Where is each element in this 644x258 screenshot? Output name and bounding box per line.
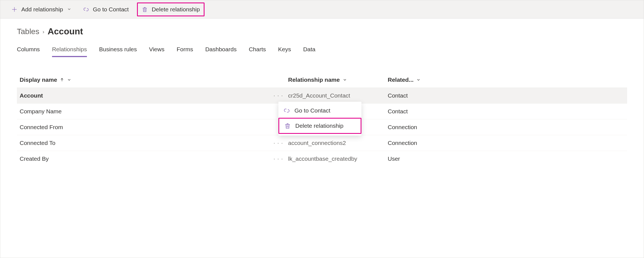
table-row[interactable]: Account · · · cr25d_Account_Contact Cont… — [17, 88, 627, 104]
command-bar: Add relationship Go to Contact Delete re… — [0, 0, 644, 19]
breadcrumb-current: Account — [48, 26, 83, 37]
breadcrumb-root[interactable]: Tables — [17, 27, 39, 36]
cell-related: Connection — [388, 140, 624, 146]
tab-relationships[interactable]: Relationships — [52, 44, 87, 57]
tab-bar: Columns Relationships Business rules Vie… — [17, 44, 627, 57]
breadcrumb: Tables Account — [17, 26, 627, 37]
chevron-down-icon — [343, 78, 347, 82]
add-relationship-button[interactable]: Add relationship — [8, 4, 75, 14]
cell-relationship-name: account_connections2 — [288, 140, 388, 146]
cell-display-name: Created By — [20, 155, 269, 162]
column-header-display-name[interactable]: Display name — [20, 76, 288, 83]
chevron-down-icon — [416, 78, 421, 82]
column-header-related[interactable]: Related... — [388, 76, 624, 83]
cell-related: Connection — [388, 124, 624, 131]
cell-related: Contact — [388, 92, 624, 99]
row-more-actions[interactable]: · · · — [269, 140, 288, 146]
table-row[interactable]: Created By · · · lk_accountbase_createdb… — [17, 151, 627, 167]
cell-relationship-name: lk_accountbase_createdby — [288, 155, 388, 162]
table-body: Account · · · cr25d_Account_Contact Cont… — [17, 88, 627, 167]
column-header-relationship-name[interactable]: Relationship name — [288, 76, 388, 83]
cell-related: Contact — [388, 108, 624, 115]
delete-relationship-button[interactable]: Delete relationship — [137, 2, 205, 16]
tab-forms[interactable]: Forms — [177, 44, 193, 57]
cell-display-name: Company Name — [20, 108, 269, 115]
chevron-down-icon — [67, 78, 71, 82]
cell-display-name: Account — [20, 92, 269, 99]
link-icon — [83, 6, 89, 12]
go-to-contact-label: Go to Contact — [93, 6, 129, 13]
trash-icon — [142, 6, 148, 12]
table-header: Display name Relationship name Related..… — [17, 76, 627, 88]
link-icon — [283, 107, 290, 114]
chevron-down-icon — [67, 6, 71, 13]
cell-relationship-name: cr25d_Account_Contact — [288, 92, 388, 99]
tab-columns[interactable]: Columns — [17, 44, 40, 57]
cell-related: User — [388, 155, 624, 162]
tab-charts[interactable]: Charts — [249, 44, 266, 57]
cell-display-name: Connected From — [20, 124, 269, 131]
table-row[interactable]: Connected To · · · account_connections2 … — [17, 135, 627, 151]
add-relationship-label: Add relationship — [21, 6, 63, 13]
tab-data[interactable]: Data — [303, 44, 315, 57]
trash-icon — [284, 122, 291, 129]
column-header-display-name-label: Display name — [20, 76, 57, 83]
column-header-relationship-name-label: Relationship name — [288, 76, 340, 83]
context-menu: Go to Contact Delete relationship — [278, 102, 361, 136]
chevron-right-icon — [42, 27, 45, 36]
tab-business-rules[interactable]: Business rules — [99, 44, 137, 57]
menu-go-to-contact-label: Go to Contact — [294, 107, 330, 114]
sort-ascending-icon — [60, 77, 64, 82]
tab-views[interactable]: Views — [149, 44, 165, 57]
tab-dashboards[interactable]: Dashboards — [205, 44, 237, 57]
row-more-actions[interactable]: · · · — [269, 93, 288, 99]
plus-icon — [11, 6, 17, 12]
tab-keys[interactable]: Keys — [278, 44, 291, 57]
menu-go-to-contact[interactable]: Go to Contact — [278, 103, 361, 118]
menu-delete-relationship[interactable]: Delete relationship — [278, 118, 361, 134]
go-to-contact-button[interactable]: Go to Contact — [80, 4, 132, 14]
cell-display-name: Connected To — [20, 140, 269, 146]
menu-delete-relationship-label: Delete relationship — [295, 122, 343, 129]
column-header-related-label: Related... — [388, 76, 413, 83]
row-more-actions[interactable]: · · · — [269, 156, 288, 162]
delete-relationship-label: Delete relationship — [152, 6, 200, 13]
